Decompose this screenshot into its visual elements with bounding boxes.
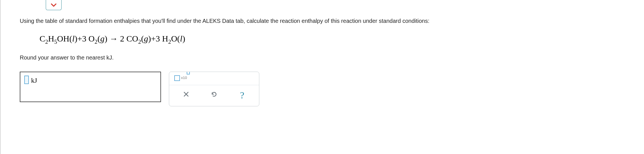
undo-icon — [210, 91, 218, 100]
sci-notation-button[interactable]: x10 — [169, 72, 259, 85]
expand-toggle[interactable] — [46, 0, 62, 10]
help-icon: ? — [240, 91, 244, 100]
reset-button[interactable] — [208, 89, 220, 102]
question-content: Using the table of standard formation en… — [20, 17, 633, 106]
close-icon — [183, 91, 189, 99]
answer-row: kJ x10 — [20, 72, 633, 106]
input-cursor — [24, 76, 29, 84]
answer-unit: kJ — [31, 76, 37, 85]
question-prompt: Using the table of standard formation en… — [20, 17, 633, 25]
help-button[interactable]: ? — [236, 89, 248, 102]
clear-button[interactable] — [180, 89, 192, 102]
chevron-down-icon — [50, 3, 57, 7]
reaction-equation: C2H5OH(l)+3 O2(g) → 2 CO2(g)+3 H2O(l) — [40, 33, 633, 46]
sci-notation-label: x10 — [181, 75, 187, 80]
tool-panel: x10 — [169, 72, 259, 106]
exponent-box-icon — [187, 72, 190, 75]
placeholder-box-icon — [174, 75, 180, 81]
rounding-instruction: Round your answer to the nearest kJ. — [20, 54, 633, 61]
tool-buttons: ? — [169, 85, 259, 106]
answer-input[interactable]: kJ — [20, 72, 161, 102]
